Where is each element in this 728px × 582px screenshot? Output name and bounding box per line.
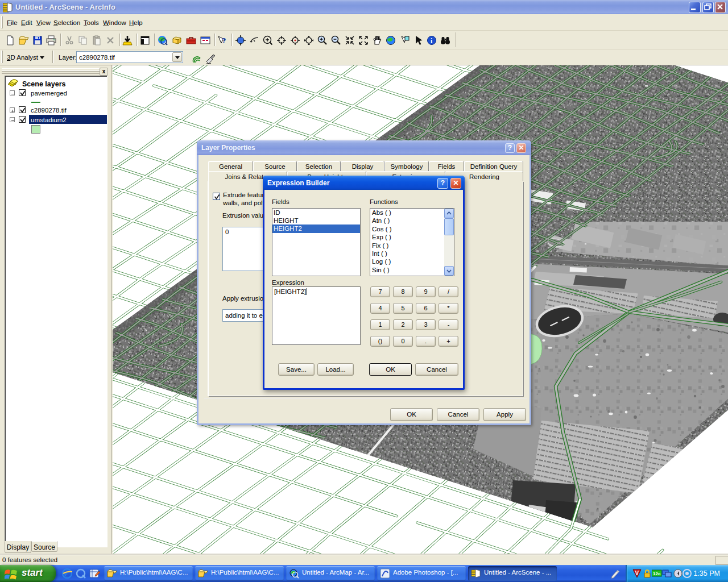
svg-text:V: V bbox=[635, 570, 639, 576]
svg-text:12c: 12c bbox=[653, 571, 661, 576]
svg-text:e: e bbox=[64, 569, 68, 578]
svg-text:?: ? bbox=[222, 37, 226, 45]
